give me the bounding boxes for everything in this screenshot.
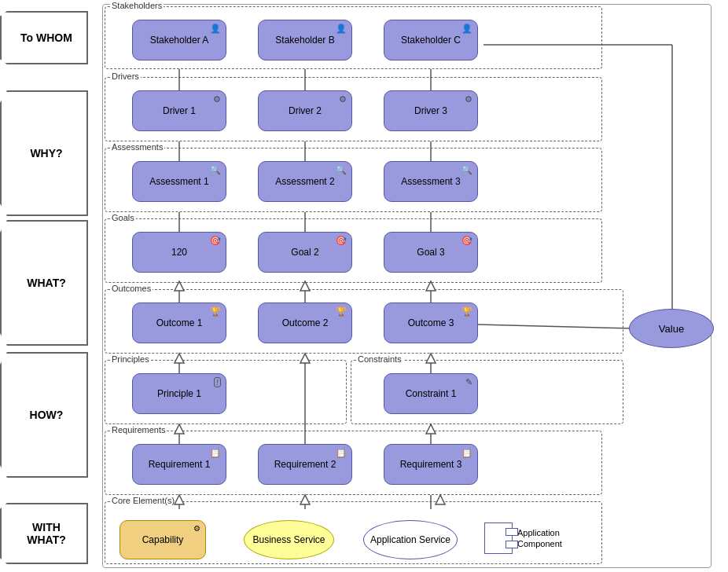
- node-label: Assessment 3: [401, 176, 460, 187]
- label-with-what: WITH WHAT?: [0, 503, 88, 564]
- principle-icon: !: [214, 377, 221, 387]
- stakeholder-icon: 👤: [210, 24, 221, 34]
- section-label-outcomes: Outcomes: [110, 284, 153, 293]
- assessment-icon: 🔍: [336, 165, 347, 175]
- driver-icon: ⚙: [213, 94, 221, 104]
- goal-icon: 🎯: [336, 236, 347, 246]
- node-label: Requirement 1: [149, 459, 211, 470]
- node-label: Principle 1: [157, 388, 201, 399]
- label-how: HOW?: [0, 352, 88, 478]
- goal-icon: 🎯: [461, 236, 472, 246]
- driver-icon: ⚙: [339, 94, 347, 104]
- node-constraint-1[interactable]: Constraint 1 ✎: [384, 373, 478, 414]
- node-label: Constraint 1: [406, 388, 457, 399]
- requirement-icon: 📋: [336, 448, 347, 458]
- node-label: Outcome 1: [156, 317, 203, 328]
- node-stakeholder-a[interactable]: Stakeholder A 👤: [132, 20, 226, 60]
- node-label: Goal 3: [417, 247, 444, 258]
- app-service-label: Application Service: [370, 534, 450, 545]
- requirement-icon: 📋: [461, 448, 472, 458]
- section-label-goals: Goals: [110, 213, 136, 222]
- node-label: Outcome 2: [282, 317, 329, 328]
- node-assessment-3[interactable]: Assessment 3 🔍: [384, 161, 478, 202]
- node-goal-2[interactable]: Goal 2 🎯: [258, 232, 352, 273]
- outcome-icon: 🏆: [210, 306, 221, 317]
- driver-icon: ⚙: [465, 94, 472, 104]
- label-why: WHY?: [0, 90, 88, 216]
- app-component-label: Application Component: [517, 527, 594, 550]
- node-requirement-1[interactable]: Requirement 1 📋: [132, 444, 226, 485]
- node-requirement-2[interactable]: Requirement 2 📋: [258, 444, 352, 485]
- node-outcome-3[interactable]: Outcome 3 🏆: [384, 302, 478, 343]
- node-stakeholder-b[interactable]: Stakeholder B 👤: [258, 20, 352, 60]
- node-driver-2[interactable]: Driver 2 ⚙: [258, 90, 352, 131]
- node-label: Assessment 1: [149, 176, 208, 187]
- constraint-icon: ✎: [465, 377, 472, 387]
- legend-application-service[interactable]: Application Service: [363, 520, 458, 559]
- node-driver-3[interactable]: Driver 3 ⚙: [384, 90, 478, 131]
- node-driver-1[interactable]: Driver 1 ⚙: [132, 90, 226, 131]
- requirement-icon: 📋: [210, 448, 221, 458]
- business-service-label: Business Service: [252, 534, 325, 545]
- node-outcome-1[interactable]: Outcome 1 🏆: [132, 302, 226, 343]
- node-label: Requirement 3: [400, 459, 462, 470]
- stakeholder-icon: 👤: [336, 24, 347, 34]
- value-label: Value: [659, 323, 684, 335]
- node-label: Driver 2: [289, 105, 322, 116]
- assessment-icon: 🔍: [461, 165, 472, 175]
- node-label: Driver 3: [414, 105, 447, 116]
- node-goal-3[interactable]: Goal 3 🎯: [384, 232, 478, 273]
- node-outcome-2[interactable]: Outcome 2 🏆: [258, 302, 352, 343]
- node-assessment-1[interactable]: Assessment 1 🔍: [132, 161, 226, 202]
- legend-business-service[interactable]: Business Service: [244, 520, 334, 559]
- app-component-icon: [484, 522, 513, 554]
- section-label-constraints: Constraints: [356, 354, 403, 364]
- node-label: Outcome 3: [408, 317, 454, 328]
- diagram-container: To WHOM WHY? WHAT? HOW? WITH WHAT? Stake…: [0, 0, 728, 572]
- section-label-stakeholders: Stakeholders: [110, 1, 164, 10]
- node-principle-1[interactable]: Principle 1 !: [132, 373, 226, 414]
- label-to-whom: To WHOM: [0, 11, 88, 64]
- node-label: 120: [171, 247, 187, 258]
- capability-label: Capability: [142, 534, 184, 545]
- legend-app-component-container: Application Component: [484, 515, 594, 562]
- legend-capability[interactable]: ⚙ Capability: [119, 520, 206, 559]
- node-label: Assessment 2: [275, 176, 334, 187]
- section-label-assessments: Assessments: [110, 142, 164, 152]
- section-label-requirements: Requirements: [110, 425, 167, 434]
- section-label-drivers: Drivers: [110, 72, 141, 81]
- node-assessment-2[interactable]: Assessment 2 🔍: [258, 161, 352, 202]
- node-label: Stakeholder A: [150, 35, 209, 46]
- node-label: Goal 2: [291, 247, 318, 258]
- outcome-icon: 🏆: [336, 306, 347, 317]
- node-goal-1[interactable]: 120 🎯: [132, 232, 226, 273]
- node-label: Stakeholder C: [401, 35, 461, 46]
- goal-icon: 🎯: [210, 236, 221, 246]
- node-label: Stakeholder B: [275, 35, 334, 46]
- section-label-principles: Principles: [110, 354, 151, 364]
- label-what: WHAT?: [0, 220, 88, 346]
- section-label-core-elements: Core Element(s): [110, 496, 176, 505]
- value-oval[interactable]: Value: [629, 309, 714, 348]
- node-requirement-3[interactable]: Requirement 3 📋: [384, 444, 478, 485]
- node-stakeholder-c[interactable]: Stakeholder C 👤: [384, 20, 478, 60]
- outcome-icon: 🏆: [461, 306, 472, 317]
- assessment-icon: 🔍: [210, 165, 221, 175]
- node-label: Requirement 2: [274, 459, 336, 470]
- stakeholder-icon: 👤: [461, 24, 472, 34]
- node-label: Driver 1: [163, 105, 196, 116]
